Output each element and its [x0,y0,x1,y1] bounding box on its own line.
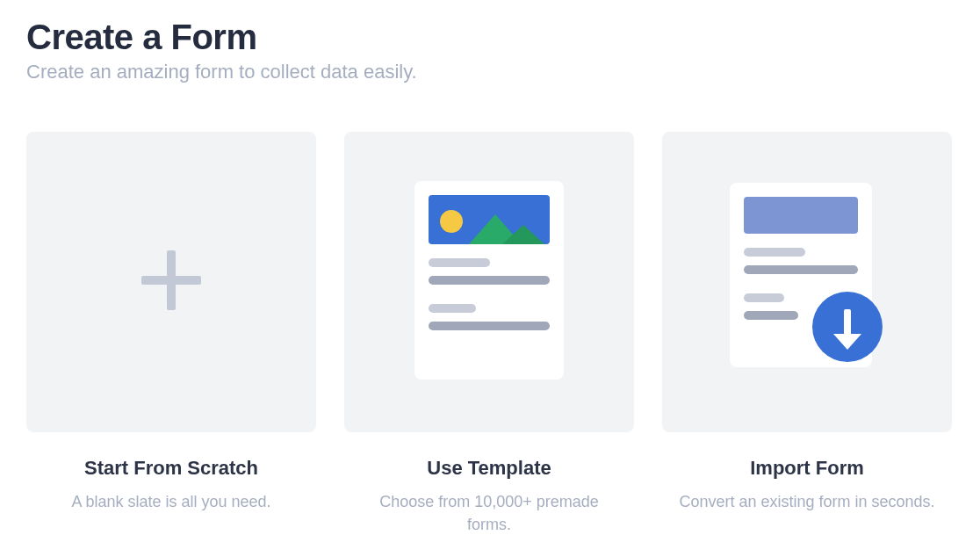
option-import-form[interactable]: Import Form Convert an existing form in … [662,132,952,536]
template-document-icon [414,181,564,383]
svg-point-4 [440,210,463,233]
import-tile [662,132,952,432]
page-title: Create a Form [26,18,954,57]
import-document-icon [730,183,884,381]
option-use-template[interactable]: Use Template Choose from 10,000+ premade… [344,132,634,536]
svg-rect-1 [141,276,201,285]
page-header: Create a Form Create an amazing form to … [26,18,954,83]
options-row: Start From Scratch A blank slate is all … [26,132,954,536]
svg-rect-10 [429,322,550,330]
option-start-from-scratch[interactable]: Start From Scratch A blank slate is all … [26,132,316,536]
scratch-tile [26,132,316,432]
option-title: Import Form [750,457,864,480]
option-title: Use Template [427,457,551,480]
svg-rect-14 [744,265,858,274]
page-subtitle: Create an amazing form to collect data e… [26,61,954,83]
option-description: A blank slate is all you need. [71,490,270,513]
option-title: Start From Scratch [84,457,258,480]
template-tile [344,132,634,432]
option-description: Convert an existing form in seconds. [679,490,934,513]
plus-icon [134,243,208,321]
svg-rect-13 [744,248,805,257]
svg-rect-16 [744,311,798,320]
svg-rect-7 [429,258,490,267]
option-description: Choose from 10,000+ premade forms. [357,490,621,536]
svg-rect-8 [429,276,550,285]
svg-rect-9 [429,304,476,313]
svg-rect-12 [744,197,858,234]
svg-rect-15 [744,293,784,302]
